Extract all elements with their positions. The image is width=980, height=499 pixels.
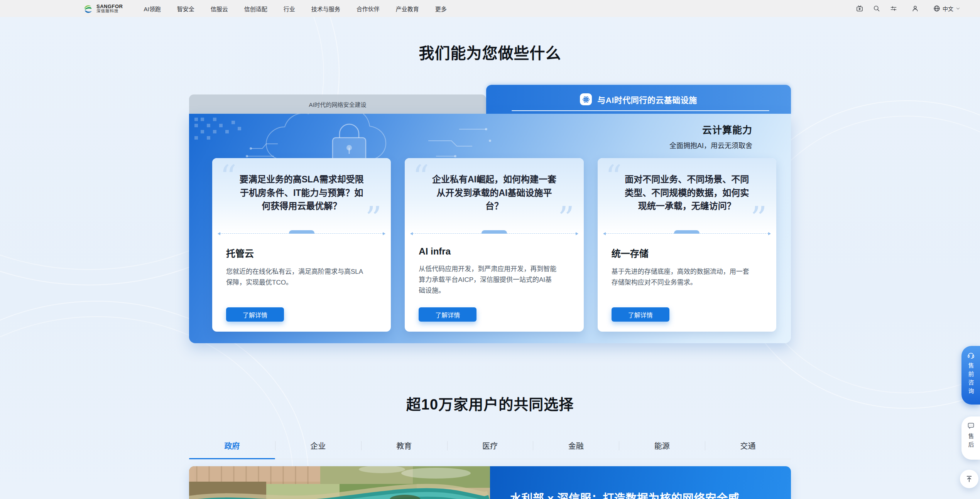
card-title: AI infra — [419, 246, 569, 257]
language-selector[interactable]: 中文 — [933, 5, 961, 12]
tab-cloud-infrastructure[interactable]: 与AI时代同行的云基础设施 — [486, 85, 791, 114]
card-description: 基于先进的存储底座，高效的数据流动，用一套存储架构应对不同业务需求。 — [612, 266, 750, 288]
nav-item-ai[interactable]: AI领跑 — [144, 5, 161, 13]
card-body: AI infra 从低代码应用开发，到严肃应用开发，再到智能算力承载平台AICP… — [405, 234, 583, 296]
industry-tab-healthcare[interactable]: 医疗 — [447, 432, 533, 459]
nav-item-industry[interactable]: 行业 — [284, 5, 295, 13]
logo-brand-text: SANGFOR — [96, 4, 123, 9]
globe-icon — [933, 5, 941, 12]
card-ai-infra: “ 企业私有AI崛起，如何构建一套从开发到承载的AI基础设施平台？ ” AI i… — [405, 158, 583, 332]
presale-consult-button[interactable]: 售前咨询 — [961, 346, 980, 405]
capability-title: 云计算能力 — [669, 122, 752, 136]
cloud-capability-panel: 云计算能力 全面拥抱AI，用云无须取舍 “ 要满足业务的高SLA需求却受限于机房… — [189, 114, 791, 343]
nav-item-security[interactable]: 智安全 — [177, 5, 194, 13]
sangfor-logo-icon — [83, 3, 93, 14]
tab-network-security[interactable]: AI时代的网络安全建设 — [189, 94, 486, 114]
card-quote-text: 面对不同业务、不同场景、不同类型、不同规模的数据，如何实现统一承载，无缝访问？ — [625, 158, 749, 213]
capability-caption: 云计算能力 全面拥抱AI，用云无须取舍 — [669, 122, 752, 150]
close-quote-icon: ” — [365, 210, 382, 228]
industry-tab-transport[interactable]: 交通 — [705, 432, 791, 459]
card-quote-text: 企业私有AI崛起，如何构建一套从开发到承载的AI基础设施平台？ — [432, 158, 556, 213]
close-quote-icon: ” — [558, 210, 574, 228]
card-body: 统一存储 基于先进的存储底座，高效的数据流动，用一套存储架构应对不同业务需求。 — [598, 234, 776, 288]
card-title: 托管云 — [226, 246, 377, 260]
card-quote-area: “ 企业私有AI崛起，如何构建一套从开发到承载的AI基础设施平台？ ” — [405, 158, 583, 234]
open-quote-icon: “ — [412, 168, 429, 186]
logo-brand-cn-text: 深信服科技 — [96, 9, 123, 13]
card-description: 从低代码应用开发，到严肃应用开发，再到智能算力承载平台AICP，深信服提供一站式… — [419, 264, 558, 296]
section-what-title: 我们能为您做些什么 — [189, 41, 791, 63]
card-managed-cloud: “ 要满足业务的高SLA需求却受限于机房条件、IT能力与预算？如何获得用云最优解… — [212, 158, 391, 332]
settings-sliders-icon[interactable] — [890, 5, 897, 12]
ai-atom-icon — [580, 93, 592, 105]
nav-item-tech-service[interactable]: 技术与服务 — [311, 5, 340, 13]
case-aerial-photo — [189, 466, 490, 499]
solution-cards: “ 要满足业务的高SLA需求却受限于机房条件、IT能力与预算？如何获得用云最优解… — [212, 158, 776, 332]
nav-item-cloud[interactable]: 信服云 — [211, 5, 228, 13]
solution-tabs: AI时代的网络安全建设 与AI时代同行的云基础设施 — [189, 85, 791, 114]
search-icon[interactable] — [873, 5, 880, 12]
headset-icon — [967, 351, 975, 359]
language-label: 中文 — [943, 5, 953, 12]
case-title: 水利部 x 深信服：打造数据为核的网络安全威 — [510, 490, 769, 499]
chevron-down-icon — [955, 6, 961, 11]
industry-tab-energy[interactable]: 能源 — [619, 432, 705, 459]
industry-tab-enterprise[interactable]: 企业 — [275, 432, 361, 459]
card-quote-area: “ 面对不同业务、不同场景、不同类型、不同规模的数据，如何实现统一承载，无缝访问… — [598, 158, 776, 234]
card-body: 托管云 您就近的在线化私有云，满足高阶需求与高SLA保障，实现最优TCO。 — [212, 234, 391, 288]
capability-subtitle: 全面拥抱AI，用云无须取舍 — [669, 140, 752, 150]
industry-tabs: 政府 企业 教育 医疗 金融 能源 交通 — [189, 432, 791, 459]
page: SANGFOR 深信服科技 AI领跑 智安全 信服云 信创适配 行业 技术与服务… — [0, 0, 980, 499]
card-divider-bump — [482, 230, 507, 234]
video-channel-icon[interactable] — [856, 5, 863, 12]
tab-network-security-label: AI时代的网络安全建设 — [309, 100, 366, 108]
user-account-icon[interactable] — [911, 5, 919, 12]
active-tab-underline — [512, 110, 769, 111]
back-to-top-button[interactable] — [960, 470, 978, 488]
card-title: 统一存储 — [612, 246, 762, 260]
nav-item-education[interactable]: 产业教育 — [396, 5, 419, 13]
learn-more-button[interactable]: 了解详情 — [419, 307, 476, 322]
nav-item-partners[interactable]: 合作伙伴 — [357, 5, 380, 13]
card-quote-text: 要满足业务的高SLA需求却受限于机房条件、IT能力与预算？如何获得用云最优解？ — [240, 158, 364, 213]
main-menu: AI领跑 智安全 信服云 信创适配 行业 技术与服务 合作伙伴 产业教育 更多 — [144, 5, 447, 13]
aftersale-label: 售后 — [967, 433, 975, 450]
sangfor-logo[interactable]: SANGFOR 深信服科技 — [83, 3, 123, 14]
nav-item-xinchuang[interactable]: 信创适配 — [244, 5, 267, 13]
open-quote-icon: “ — [220, 168, 237, 186]
card-quote-area: “ 要满足业务的高SLA需求却受限于机房条件、IT能力与预算？如何获得用云最优解… — [212, 158, 391, 234]
section-users-title: 超10万家用户的共同选择 — [189, 393, 791, 414]
card-divider-bump — [289, 230, 314, 234]
case-text-panel: 水利部 x 深信服：打造数据为核的网络安全威 — [490, 466, 791, 499]
chat-bubble-icon — [967, 422, 975, 430]
arrow-to-top-icon — [965, 475, 973, 483]
main-content: 我们能为您做些什么 AI时代的网络安全建设 与AI时代同行的云基础设施 — [189, 41, 791, 499]
industry-tab-government[interactable]: 政府 — [189, 432, 275, 459]
card-description: 您就近的在线化私有云，满足高阶需求与高SLA保障，实现最优TCO。 — [226, 266, 365, 288]
aftersale-button[interactable]: 售后 — [961, 416, 980, 460]
open-quote-icon: “ — [605, 168, 622, 186]
presale-label: 售前咨询 — [967, 362, 975, 396]
close-quote-icon: ” — [750, 210, 767, 228]
card-unified-storage: “ 面对不同业务、不同场景、不同类型、不同规模的数据，如何实现统一承载，无缝访问… — [598, 158, 776, 332]
card-divider-bump — [674, 230, 700, 234]
learn-more-button[interactable]: 了解详情 — [226, 307, 284, 322]
industry-tab-education[interactable]: 教育 — [361, 432, 447, 459]
nav-utility-group: 中文 — [856, 5, 961, 12]
tab-cloud-infrastructure-label: 与AI时代同行的云基础设施 — [597, 94, 697, 105]
industry-tab-finance[interactable]: 金融 — [533, 432, 619, 459]
case-study-card[interactable]: 水利部 x 深信服：打造数据为核的网络安全威 — [189, 466, 791, 499]
learn-more-button[interactable]: 了解详情 — [612, 307, 669, 322]
top-navigation-bar: SANGFOR 深信服科技 AI领跑 智安全 信服云 信创适配 行业 技术与服务… — [0, 0, 980, 17]
nav-item-more[interactable]: 更多 — [435, 5, 447, 13]
